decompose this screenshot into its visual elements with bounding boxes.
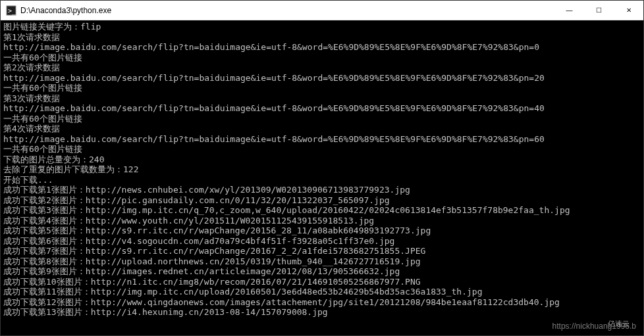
terminal-line: 图片链接关键字为：flip (3, 22, 641, 32)
terminal-line: 第2次请求数据 (3, 62, 641, 73)
terminal-line: 去除了重复的图片下载数量为：122 (3, 164, 641, 175)
terminal-line: 第4次请求数据 (3, 124, 641, 134)
terminal-line: 成功下载第7张图片：http://s9.rr.itc.cn/r/wapChang… (3, 246, 641, 256)
terminal-line: 开始下载... (3, 175, 641, 185)
terminal-line: 第3次请求数据 (3, 93, 641, 104)
terminal-line: 成功下载第5张图片：http://s9.rr.itc.cn/r/wapChang… (3, 226, 641, 236)
terminal-line: 成功下载第11张图片：http://img.mp.itc.cn/upload/2… (3, 287, 641, 297)
minimize-button[interactable]: — (554, 1, 584, 20)
terminal-line: 第1次请求数据 (3, 32, 641, 43)
terminal-output[interactable]: 图片链接关键字为：flip第1次请求数据http://image.baidu.c… (1, 20, 643, 335)
terminal-line: http://image.baidu.com/search/flip?tn=ba… (3, 134, 641, 145)
terminal-line: 成功下载第10张图片：http://n1.itc.cn/img8/wb/reco… (3, 277, 641, 287)
terminal-line: 成功下载第13张图片：http://i4.hexunimg.cn/2013-08… (3, 307, 641, 318)
svg-text:>_: >_ (8, 7, 16, 15)
terminal-line: http://image.baidu.com/search/flip?tn=ba… (3, 103, 641, 114)
app-icon: >_ (6, 5, 16, 16)
terminal-line: 一共有60个图片链接 (3, 83, 641, 93)
terminal-line: 成功下载第8张图片：http://upload.northnews.cn/201… (3, 256, 641, 267)
titlebar[interactable]: >_ D:\Anaconda3\python.exe — ☐ ✕ (1, 1, 643, 20)
terminal-line: 成功下载第12张图片：http://www.qingdaonews.com/im… (3, 297, 641, 308)
terminal-line: 成功下载第6张图片：http://v4.sogoucdn.com/ad70a79… (3, 236, 641, 247)
maximize-button[interactable]: ☐ (584, 1, 614, 20)
terminal-line: 一共有60个图片链接 (3, 53, 641, 63)
terminal-line: 成功下载第9张图片：http://images.rednet.cn/articl… (3, 266, 641, 277)
terminal-line: 成功下载第2张图片：http://pic.gansudaily.com.cn/0… (3, 195, 641, 206)
terminal-line: http://image.baidu.com/search/flip?tn=ba… (3, 73, 641, 84)
terminal-line: 成功下载第3张图片：http://img.mp.itc.cn/q_70,c_zo… (3, 205, 641, 216)
terminal-line: 成功下载第1张图片：http://news.cnhubei.com/xw/yl/… (3, 185, 641, 195)
application-window: >_ D:\Anaconda3\python.exe — ☐ ✕ 图片链接关键字… (0, 0, 644, 336)
window-title: D:\Anaconda3\python.exe (20, 6, 554, 15)
terminal-line: 一共有60个图片链接 (3, 114, 641, 124)
terminal-line: http://image.baidu.com/search/flip?tn=ba… (3, 42, 641, 53)
terminal-line: 一共有60个图片链接 (3, 144, 641, 155)
terminal-line: 下载的图片总量变为：240 (3, 155, 641, 165)
close-button[interactable]: ✕ (614, 1, 643, 20)
terminal-line: 成功下载第4张图片：http://www.youth.cn/yl/201511/… (3, 216, 641, 226)
watermark-brand: 亿速云 (595, 314, 641, 333)
window-controls: — ☐ ✕ (554, 1, 643, 20)
